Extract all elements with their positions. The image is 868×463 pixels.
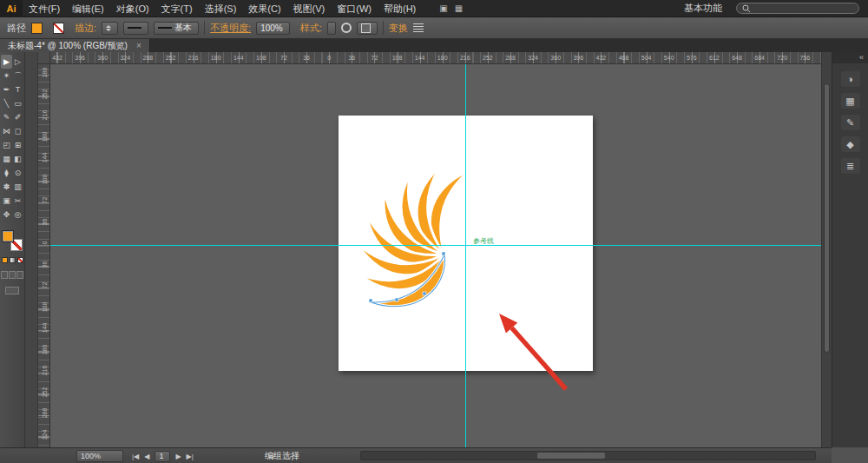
workspace-switcher[interactable]: 基本功能 <box>684 2 726 15</box>
last-artboard-icon[interactable]: ▶| <box>187 453 194 460</box>
bridge-icon[interactable]: ▣ <box>439 3 447 13</box>
vertical-scrollbar[interactable] <box>821 52 832 447</box>
rectangle-tool[interactable]: ▭ <box>12 96 23 110</box>
direct-selection-tool[interactable]: ▷ <box>12 55 23 69</box>
slice-tool[interactable]: ✂ <box>12 194 23 208</box>
pen-tool[interactable]: ✒ <box>1 83 12 96</box>
menubar-right: 基本功能 <box>684 2 868 15</box>
gradient-button[interactable] <box>10 257 16 263</box>
menu-item[interactable]: 选择(S) <box>199 0 243 17</box>
brushes-panel-icon[interactable]: ✎ <box>841 115 860 130</box>
pencil-tool[interactable]: ✐ <box>12 110 23 124</box>
vertical-ruler[interactable]: 2882522161801441087236036721081441802162… <box>38 64 50 447</box>
stroke-weight-dropdown[interactable] <box>102 22 118 35</box>
menu-item[interactable]: 文字(T) <box>155 0 199 17</box>
draw-behind-button[interactable] <box>9 271 16 279</box>
horizontal-ruler[interactable]: 4323963603242882522161801441087236036721… <box>50 52 821 64</box>
ruler-origin-corner[interactable] <box>38 52 50 64</box>
search-box[interactable] <box>736 3 859 14</box>
none-button[interactable] <box>17 257 23 263</box>
tools-panel: ▶▷✶⌒✒T╲▭✎✐⋈◻◰⊞▦◧⧫⊙✽▥▣✂✥◎ <box>0 52 25 447</box>
menu-item[interactable]: 视图(V) <box>287 0 332 17</box>
anchor-point[interactable] <box>395 298 398 301</box>
column-graph-tool[interactable]: ▥ <box>12 180 23 194</box>
zoom-tool[interactable]: ◎ <box>12 208 23 222</box>
selection-type-label: 路径 <box>7 22 26 35</box>
paintbrush-tool[interactable]: ✎ <box>1 110 12 124</box>
menu-item[interactable]: 帮助(H) <box>378 0 422 17</box>
anchor-point[interactable] <box>442 252 445 255</box>
draw-inside-button[interactable] <box>16 271 23 279</box>
lasso-tool[interactable]: ⌒ <box>12 69 23 83</box>
opacity-link[interactable]: 不透明度: <box>210 22 251 35</box>
arrange-documents-icon[interactable]: ▦ <box>455 3 463 13</box>
transform-link[interactable]: 变换 <box>389 22 408 35</box>
width-tool[interactable]: ⋈ <box>1 124 12 138</box>
banana-fan-group[interactable] <box>352 162 481 320</box>
document-tab[interactable]: 未标题-4* @ 100% (RGB/预览) × <box>0 39 150 52</box>
mesh-tool[interactable]: ▦ <box>1 152 12 166</box>
vertical-scrollbar-thumb[interactable] <box>824 83 830 353</box>
artboard-number-dropdown[interactable]: 1 <box>155 451 170 462</box>
recolor-artwork-icon[interactable] <box>341 23 352 33</box>
symbol-sprayer-tool[interactable]: ✽ <box>1 180 12 194</box>
menu-item[interactable]: 窗口(W) <box>331 0 378 17</box>
graphic-styles-panel-icon[interactable]: ≣ <box>841 158 860 174</box>
selection-tool[interactable]: ▶ <box>1 55 12 69</box>
magic-wand-tool[interactable]: ✶ <box>1 69 12 83</box>
app-logo-icon[interactable]: Ai <box>0 0 23 17</box>
ruler-label: 72 <box>280 55 287 61</box>
expand-panels-button[interactable]: « <box>832 52 868 63</box>
style-dropdown[interactable] <box>327 22 336 35</box>
artboard-tool[interactable]: ▣ <box>1 194 12 208</box>
menu-item[interactable]: 效果(C) <box>242 0 286 17</box>
anchor-point[interactable] <box>423 292 426 295</box>
eyedropper-tool[interactable]: ⧫ <box>1 166 12 180</box>
stroke-color-swatch[interactable] <box>53 23 64 34</box>
close-icon[interactable]: × <box>136 41 141 50</box>
width-profile-dropdown[interactable]: 基本 <box>154 22 199 35</box>
previous-artboard-icon[interactable]: ◀ <box>144 453 149 460</box>
menu-item[interactable]: 文件(F) <box>23 0 66 17</box>
horizontal-guide[interactable] <box>50 245 821 246</box>
type-tool[interactable]: T <box>12 83 23 96</box>
next-artboard-icon[interactable]: ▶ <box>175 453 181 460</box>
line-segment-tool[interactable]: ╲ <box>1 96 12 110</box>
ruler-label: 144 <box>42 320 48 337</box>
opacity-field[interactable]: 100% <box>256 22 290 35</box>
vertical-guide[interactable] <box>465 64 466 447</box>
fill-swatch[interactable] <box>2 230 14 242</box>
style-link[interactable]: 样式: <box>300 22 322 35</box>
menu-item[interactable]: 编辑(E) <box>66 0 110 17</box>
canvas[interactable]: 参考线 <box>50 64 821 447</box>
first-artboard-icon[interactable]: |◀ <box>132 453 139 460</box>
gradient-tool[interactable]: ◧ <box>12 152 23 166</box>
stepper-icon[interactable] <box>106 25 111 31</box>
hand-tool[interactable]: ✥ <box>1 208 12 222</box>
draw-normal-button[interactable] <box>1 271 8 279</box>
color-panel-icon[interactable]: ◑ <box>841 71 860 87</box>
color-button[interactable] <box>2 257 8 263</box>
shape-builder-tool[interactable]: ◰ <box>1 138 12 152</box>
symbols-panel-icon[interactable]: ◆ <box>841 136 860 152</box>
search-input[interactable] <box>754 3 853 13</box>
fill-color-swatch[interactable] <box>31 23 43 34</box>
stroke-weight-link[interactable]: 描边: <box>75 22 96 35</box>
ruler-label: 216 <box>460 55 470 61</box>
horizontal-scrollbar[interactable] <box>360 451 816 460</box>
blend-tool[interactable]: ⊙ <box>12 166 23 180</box>
horizontal-scrollbar-thumb[interactable] <box>537 453 605 459</box>
free-transform-tool[interactable]: ◻ <box>12 124 23 138</box>
perspective-grid-tool[interactable]: ⊞ <box>12 138 23 152</box>
zoom-control[interactable]: 100% <box>76 450 123 462</box>
menu-item[interactable]: 对象(O) <box>110 0 155 17</box>
align-panel-icon[interactable] <box>413 23 424 32</box>
brush-definition-dropdown[interactable] <box>123 22 148 35</box>
anchor-point[interactable] <box>369 299 372 302</box>
search-icon <box>742 4 751 13</box>
ruler-label: 612 <box>709 55 720 61</box>
select-similar-dropdown[interactable] <box>357 22 378 35</box>
screen-mode-button[interactable] <box>5 287 19 294</box>
ruler-label: 396 <box>75 55 85 61</box>
swatches-panel-icon[interactable]: ▦ <box>841 93 860 109</box>
